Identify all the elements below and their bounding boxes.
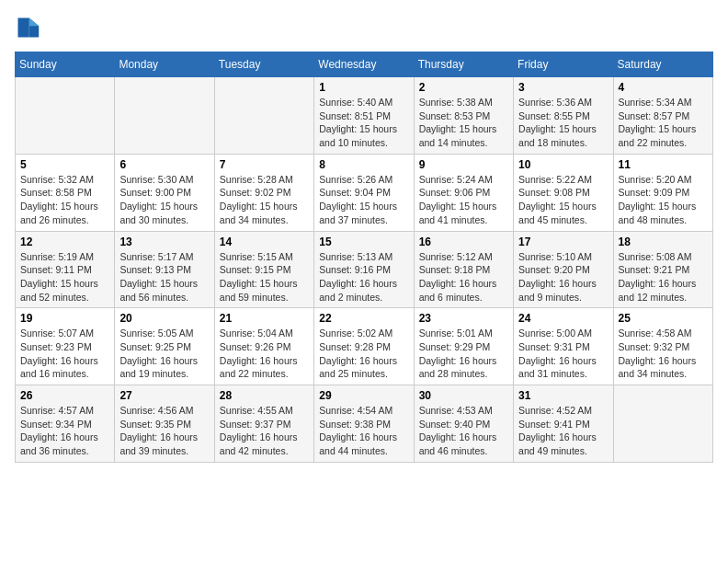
svg-rect-2 [18,18,29,38]
calendar-week-row: 1Sunrise: 5:40 AM Sunset: 8:51 PM Daylig… [16,77,713,155]
day-number: 6 [119,158,209,171]
day-number: 13 [119,236,209,248]
calendar-cell: 29Sunrise: 4:54 AM Sunset: 9:38 PM Dayli… [314,385,414,463]
day-info: Sunrise: 5:19 AM Sunset: 9:11 PM Dayligh… [20,250,109,304]
calendar-cell: 23Sunrise: 5:01 AM Sunset: 9:29 PM Dayli… [414,308,513,385]
day-number: 7 [220,158,309,171]
calendar-cell: 19Sunrise: 5:07 AM Sunset: 9:23 PM Dayli… [16,308,115,385]
calendar-week-row: 26Sunrise: 4:57 AM Sunset: 9:34 PM Dayli… [16,385,713,463]
calendar-cell: 4Sunrise: 5:34 AM Sunset: 8:57 PM Daylig… [613,77,712,155]
day-info: Sunrise: 5:08 AM Sunset: 9:21 PM Dayligh… [619,250,708,304]
calendar-cell: 3Sunrise: 5:36 AM Sunset: 8:55 PM Daylig… [514,77,613,155]
logo-icon [15,15,40,40]
day-of-week-header: Thursday [414,52,513,77]
day-number: 31 [518,389,608,402]
day-number: 8 [319,158,408,171]
svg-marker-1 [29,18,40,27]
calendar-cell: 26Sunrise: 4:57 AM Sunset: 9:34 PM Dayli… [16,385,115,463]
calendar-cell: 1Sunrise: 5:40 AM Sunset: 8:51 PM Daylig… [314,77,414,155]
day-number: 5 [20,158,109,171]
day-info: Sunrise: 5:05 AM Sunset: 9:25 PM Dayligh… [119,327,209,381]
day-info: Sunrise: 5:28 AM Sunset: 9:02 PM Dayligh… [220,173,309,227]
day-info: Sunrise: 5:17 AM Sunset: 9:13 PM Dayligh… [119,250,209,304]
day-info: Sunrise: 5:22 AM Sunset: 9:08 PM Dayligh… [518,173,608,227]
calendar-cell [214,77,313,155]
day-info: Sunrise: 4:57 AM Sunset: 9:34 PM Dayligh… [20,404,109,458]
day-info: Sunrise: 5:20 AM Sunset: 9:09 PM Dayligh… [619,173,708,227]
day-number: 2 [419,81,508,94]
day-info: Sunrise: 5:02 AM Sunset: 9:28 PM Dayligh… [319,327,408,381]
calendar-header-row: SundayMondayTuesdayWednesdayThursdayFrid… [16,52,713,77]
calendar-cell: 12Sunrise: 5:19 AM Sunset: 9:11 PM Dayli… [16,231,115,308]
calendar-cell [613,385,712,463]
calendar-cell: 15Sunrise: 5:13 AM Sunset: 9:16 PM Dayli… [314,231,414,308]
day-number: 17 [518,236,608,248]
day-of-week-header: Monday [115,52,214,77]
calendar-cell: 6Sunrise: 5:30 AM Sunset: 9:00 PM Daylig… [115,154,214,231]
day-info: Sunrise: 5:24 AM Sunset: 9:06 PM Dayligh… [419,173,508,227]
calendar-cell: 21Sunrise: 5:04 AM Sunset: 9:26 PM Dayli… [214,308,313,385]
day-of-week-header: Tuesday [214,52,313,77]
calendar-cell: 31Sunrise: 4:52 AM Sunset: 9:41 PM Dayli… [514,385,613,463]
day-number: 25 [619,312,708,325]
day-number: 16 [419,236,508,248]
calendar-cell: 27Sunrise: 4:56 AM Sunset: 9:35 PM Dayli… [115,385,214,463]
day-info: Sunrise: 5:30 AM Sunset: 9:00 PM Dayligh… [119,173,209,227]
day-number: 23 [419,312,508,325]
calendar-cell: 11Sunrise: 5:20 AM Sunset: 9:09 PM Dayli… [613,154,712,231]
day-of-week-header: Sunday [16,52,115,77]
day-number: 24 [518,312,608,325]
day-number: 1 [319,81,408,94]
day-number: 12 [20,236,109,248]
day-number: 27 [119,389,209,402]
calendar-cell: 20Sunrise: 5:05 AM Sunset: 9:25 PM Dayli… [115,308,214,385]
day-number: 22 [319,312,408,325]
calendar-cell: 22Sunrise: 5:02 AM Sunset: 9:28 PM Dayli… [314,308,414,385]
day-info: Sunrise: 5:15 AM Sunset: 9:15 PM Dayligh… [220,250,309,304]
calendar-cell: 25Sunrise: 4:58 AM Sunset: 9:32 PM Dayli… [613,308,712,385]
calendar-cell: 14Sunrise: 5:15 AM Sunset: 9:15 PM Dayli… [214,231,313,308]
calendar-cell: 16Sunrise: 5:12 AM Sunset: 9:18 PM Dayli… [414,231,513,308]
day-info: Sunrise: 4:55 AM Sunset: 9:37 PM Dayligh… [220,404,309,458]
day-number: 10 [518,158,608,171]
day-info: Sunrise: 4:56 AM Sunset: 9:35 PM Dayligh… [119,404,209,458]
day-number: 18 [619,236,708,248]
calendar-cell: 5Sunrise: 5:32 AM Sunset: 8:58 PM Daylig… [16,154,115,231]
calendar-week-row: 5Sunrise: 5:32 AM Sunset: 8:58 PM Daylig… [16,154,713,231]
day-info: Sunrise: 4:58 AM Sunset: 9:32 PM Dayligh… [619,327,708,381]
calendar-cell: 18Sunrise: 5:08 AM Sunset: 9:21 PM Dayli… [613,231,712,308]
day-number: 21 [220,312,309,325]
calendar-cell: 9Sunrise: 5:24 AM Sunset: 9:06 PM Daylig… [414,154,513,231]
day-info: Sunrise: 5:04 AM Sunset: 9:26 PM Dayligh… [220,327,309,381]
day-info: Sunrise: 4:52 AM Sunset: 9:41 PM Dayligh… [518,404,608,458]
day-number: 19 [20,312,109,325]
day-number: 30 [419,389,508,402]
day-info: Sunrise: 5:32 AM Sunset: 8:58 PM Dayligh… [20,173,109,227]
day-info: Sunrise: 5:00 AM Sunset: 9:31 PM Dayligh… [518,327,608,381]
calendar-cell: 10Sunrise: 5:22 AM Sunset: 9:08 PM Dayli… [514,154,613,231]
day-number: 29 [319,389,408,402]
day-info: Sunrise: 5:13 AM Sunset: 9:16 PM Dayligh… [319,250,408,304]
day-info: Sunrise: 5:12 AM Sunset: 9:18 PM Dayligh… [419,250,508,304]
calendar-cell: 8Sunrise: 5:26 AM Sunset: 9:04 PM Daylig… [314,154,414,231]
day-of-week-header: Saturday [613,52,712,77]
day-info: Sunrise: 5:34 AM Sunset: 8:57 PM Dayligh… [619,96,708,150]
day-info: Sunrise: 4:54 AM Sunset: 9:38 PM Dayligh… [319,404,408,458]
calendar-cell [16,77,115,155]
calendar-cell: 30Sunrise: 4:53 AM Sunset: 9:40 PM Dayli… [414,385,513,463]
calendar-week-row: 12Sunrise: 5:19 AM Sunset: 9:11 PM Dayli… [16,231,713,308]
logo [15,15,42,40]
day-number: 15 [319,236,408,248]
calendar-cell: 13Sunrise: 5:17 AM Sunset: 9:13 PM Dayli… [115,231,214,308]
page-header [15,15,713,40]
day-of-week-header: Wednesday [314,52,414,77]
calendar-cell: 28Sunrise: 4:55 AM Sunset: 9:37 PM Dayli… [214,385,313,463]
calendar-cell: 7Sunrise: 5:28 AM Sunset: 9:02 PM Daylig… [214,154,313,231]
calendar-cell [115,77,214,155]
day-number: 28 [220,389,309,402]
day-info: Sunrise: 5:38 AM Sunset: 8:53 PM Dayligh… [419,96,508,150]
calendar-cell: 17Sunrise: 5:10 AM Sunset: 9:20 PM Dayli… [514,231,613,308]
day-number: 14 [220,236,309,248]
day-number: 3 [518,81,608,94]
calendar-table: SundayMondayTuesdayWednesdayThursdayFrid… [15,52,713,463]
